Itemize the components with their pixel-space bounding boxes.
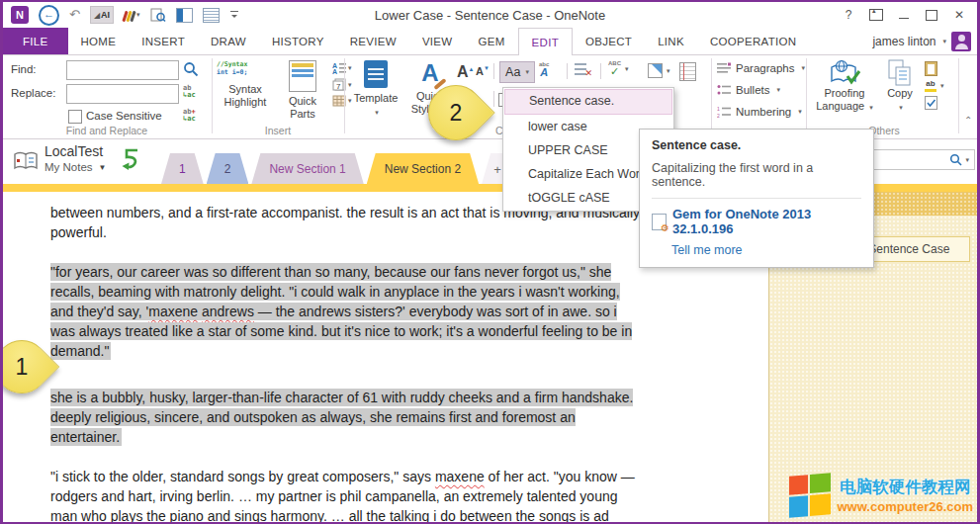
quick-parts-button[interactable]: QuickParts	[277, 60, 328, 121]
back-button[interactable]: ←	[39, 5, 59, 26]
gem-addin-icon	[652, 214, 667, 230]
maximize-icon[interactable]	[918, 4, 945, 26]
copy-button[interactable]: Copy▾	[881, 59, 919, 114]
pens-button[interactable]: ▾	[124, 8, 140, 22]
find-label: Find:	[11, 63, 37, 75]
svg-text:7: 7	[336, 82, 341, 91]
case-sensitive-checkbox[interactable]	[68, 110, 82, 124]
logo-yellow-square	[810, 493, 831, 516]
user-account[interactable]: james linton ▾	[872, 28, 971, 54]
proofing-language-icon	[828, 59, 861, 87]
selected-text: "for years, our career was so different …	[50, 263, 632, 360]
convert-button[interactable]: ▾	[648, 63, 670, 78]
search-icon[interactable]	[949, 153, 962, 166]
svg-text:2: 2	[717, 113, 720, 119]
proofing-language-button[interactable]: ProofingLanguage ▾	[812, 59, 877, 114]
notebook-icon	[13, 151, 39, 171]
print-preview-icon[interactable]	[150, 8, 166, 23]
ribbon-tab-file[interactable]: FILE	[3, 28, 68, 54]
case-sensitive-label: Case Sensitive	[86, 110, 162, 122]
ribbon-tab-history[interactable]: HISTORY	[259, 28, 337, 54]
collapse-ribbon-icon[interactable]: ⌃	[964, 115, 972, 126]
syntax-highlight-icon: //Syntax int i=0;	[217, 60, 274, 76]
copy-icon	[887, 59, 913, 87]
menu-item-sentence-case[interactable]: Sentence case.	[504, 89, 672, 115]
numbering-button[interactable]: 1 2 Numbering▾	[717, 106, 802, 118]
shrink-font-button[interactable]: A▼	[476, 65, 490, 77]
section-tabs: 12New Section 1New Section 2+	[161, 153, 516, 184]
spell-check-button[interactable]: ABC✓ ▾	[608, 60, 629, 77]
rule-lines-icon[interactable]	[679, 62, 696, 81]
ribbon-tab-link[interactable]: LINK	[645, 28, 697, 54]
quick-access-toolbar: N ← ↶ ◢AI ▾	[3, 5, 239, 26]
paragraph[interactable]: she is a bubbly, husky, larger-than-life…	[50, 388, 644, 447]
windows-logo-icon	[789, 473, 831, 518]
quick-styles-icon: A	[415, 60, 445, 88]
paragraph[interactable]: "i stick to the older, standard songs by…	[50, 467, 644, 524]
syntax-highlight-button[interactable]: //Syntax int i=0; SyntaxHighlight	[217, 60, 274, 109]
close-icon[interactable]: ✕	[945, 4, 973, 26]
ribbon-tab-review[interactable]: REVIEW	[337, 28, 409, 54]
notebook-switcher[interactable]: My Notes ▼	[45, 161, 107, 173]
ribbon-tab-home[interactable]: HOME	[68, 28, 130, 54]
group-label-find-replace: Find and Replace	[3, 125, 211, 136]
group-label-insert: Insert	[213, 125, 343, 136]
search-scope-icon[interactable]: ▾	[965, 156, 969, 164]
numbering-icon: 1 2	[717, 106, 731, 118]
ribbon-tab-object[interactable]: OBJECT	[573, 28, 645, 54]
chevron-down-icon: ▼	[99, 163, 107, 172]
paste-icon[interactable]	[925, 61, 937, 76]
full-page-view-icon[interactable]	[203, 8, 220, 23]
replace-input[interactable]	[66, 84, 179, 104]
minimize-icon[interactable]	[890, 4, 918, 26]
qat-customize-icon[interactable]	[229, 11, 239, 20]
bullets-button[interactable]: Bullets▾	[717, 84, 780, 96]
find-input[interactable]	[66, 60, 179, 80]
paragraphs-button[interactable]: Paragraphs▾	[717, 62, 805, 74]
search-icon[interactable]	[183, 61, 199, 77]
ribbon-tab-draw[interactable]: DRAW	[198, 28, 259, 54]
ribbon-tab-gem[interactable]: GEM	[465, 28, 517, 54]
replace-all-icon[interactable]: ab+↳ac	[183, 109, 196, 123]
clear-formatting-icon[interactable]: ✕	[575, 63, 590, 76]
watermark-site-name: 电脑软硬件教程网	[838, 477, 974, 498]
grow-font-button[interactable]: A▲	[457, 63, 475, 81]
convert-icon	[648, 63, 663, 78]
ribbon-options-icon[interactable]	[862, 4, 890, 26]
misspelled-word: andrews	[202, 304, 254, 319]
section-tab-new-section-2[interactable]: New Section 2	[367, 153, 479, 184]
tell-me-more-link[interactable]: Tell me more	[671, 243, 861, 257]
svg-text:1: 1	[717, 106, 720, 112]
ribbon-tab-edit[interactable]: EDIT	[518, 28, 573, 55]
template-button[interactable]: Template▾	[349, 60, 402, 119]
pens-icon	[124, 8, 134, 22]
help-icon[interactable]: ?	[835, 4, 862, 26]
highlight-icon: ab	[925, 80, 936, 92]
paragraph[interactable]: "for years, our career was so different …	[50, 262, 644, 361]
watermark: 电脑软硬件教程网 www.computer26.com	[789, 475, 974, 516]
font-style-icon[interactable]: abcA	[539, 61, 549, 78]
onenote-logo-icon: N	[11, 6, 29, 24]
ribbon-tab-view[interactable]: VIEW	[409, 28, 466, 54]
others-small-buttons: ab ▾	[925, 61, 944, 110]
misspelled-word: maxene	[148, 304, 198, 319]
spell-check-icon: ABC✓	[608, 60, 621, 77]
nav-back-arrow-icon[interactable]	[120, 147, 141, 173]
section-tab-new-section-1[interactable]: New Section 1	[251, 153, 363, 184]
avatar[interactable]	[951, 32, 971, 51]
edit-mode-icon[interactable]: ◢AI	[90, 6, 114, 24]
ribbon-tab-insert[interactable]: INSERT	[129, 28, 198, 54]
ribbon-tab-row: FILEHOMEINSERTDRAWHISTORYREVIEWVIEWGEMED…	[3, 28, 977, 54]
tooltip-addin: Gem for OneNote 2013 32.1.0.196	[652, 207, 861, 236]
replace-icon[interactable]: ab↳ac	[183, 85, 196, 99]
change-case-button[interactable]: Aa▾	[499, 61, 535, 83]
checklist-icon[interactable]	[925, 96, 937, 110]
quick-parts-icon	[289, 60, 316, 92]
ribbon-tab-cooperation[interactable]: COOPERATION	[697, 28, 809, 54]
notebook-name[interactable]: LocalTest	[45, 143, 103, 159]
section-tab-1[interactable]: 1	[161, 153, 204, 184]
dock-to-desktop-icon[interactable]	[176, 8, 193, 23]
section-tab-2[interactable]: 2	[207, 153, 249, 184]
highlight-button[interactable]: ab ▾	[925, 80, 944, 92]
undo-icon[interactable]: ↶	[69, 7, 80, 23]
